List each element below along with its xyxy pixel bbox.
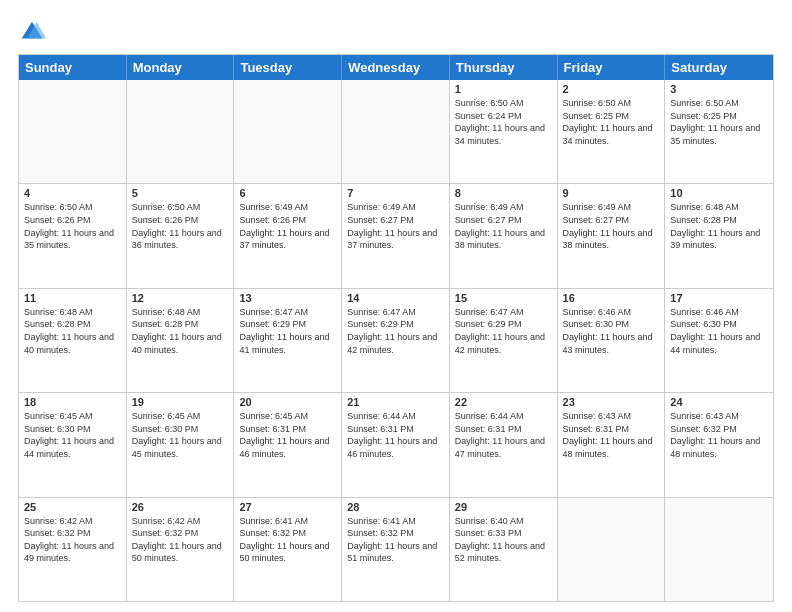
day-number: 4 bbox=[24, 187, 121, 199]
day-number: 14 bbox=[347, 292, 444, 304]
day-number: 22 bbox=[455, 396, 552, 408]
cal-cell: 29Sunrise: 6:40 AM Sunset: 6:33 PM Dayli… bbox=[450, 498, 558, 601]
day-number: 5 bbox=[132, 187, 229, 199]
cal-cell: 26Sunrise: 6:42 AM Sunset: 6:32 PM Dayli… bbox=[127, 498, 235, 601]
day-number: 21 bbox=[347, 396, 444, 408]
cell-info: Sunrise: 6:48 AM Sunset: 6:28 PM Dayligh… bbox=[132, 306, 229, 356]
cal-cell: 8Sunrise: 6:49 AM Sunset: 6:27 PM Daylig… bbox=[450, 184, 558, 287]
cell-info: Sunrise: 6:42 AM Sunset: 6:32 PM Dayligh… bbox=[132, 515, 229, 565]
cal-cell: 12Sunrise: 6:48 AM Sunset: 6:28 PM Dayli… bbox=[127, 289, 235, 392]
cal-cell: 10Sunrise: 6:48 AM Sunset: 6:28 PM Dayli… bbox=[665, 184, 773, 287]
cal-cell: 27Sunrise: 6:41 AM Sunset: 6:32 PM Dayli… bbox=[234, 498, 342, 601]
day-number: 23 bbox=[563, 396, 660, 408]
cal-cell bbox=[19, 80, 127, 183]
cell-info: Sunrise: 6:41 AM Sunset: 6:32 PM Dayligh… bbox=[347, 515, 444, 565]
cell-info: Sunrise: 6:46 AM Sunset: 6:30 PM Dayligh… bbox=[670, 306, 768, 356]
cell-info: Sunrise: 6:49 AM Sunset: 6:27 PM Dayligh… bbox=[563, 201, 660, 251]
cell-info: Sunrise: 6:47 AM Sunset: 6:29 PM Dayligh… bbox=[455, 306, 552, 356]
cell-info: Sunrise: 6:50 AM Sunset: 6:25 PM Dayligh… bbox=[670, 97, 768, 147]
cal-header-friday: Friday bbox=[558, 55, 666, 80]
day-number: 2 bbox=[563, 83, 660, 95]
cell-info: Sunrise: 6:45 AM Sunset: 6:30 PM Dayligh… bbox=[132, 410, 229, 460]
cal-cell: 1Sunrise: 6:50 AM Sunset: 6:24 PM Daylig… bbox=[450, 80, 558, 183]
cal-header-saturday: Saturday bbox=[665, 55, 773, 80]
page: SundayMondayTuesdayWednesdayThursdayFrid… bbox=[0, 0, 792, 612]
cell-info: Sunrise: 6:48 AM Sunset: 6:28 PM Dayligh… bbox=[670, 201, 768, 251]
calendar: SundayMondayTuesdayWednesdayThursdayFrid… bbox=[18, 54, 774, 602]
cal-header-monday: Monday bbox=[127, 55, 235, 80]
calendar-header-row: SundayMondayTuesdayWednesdayThursdayFrid… bbox=[19, 55, 773, 80]
cell-info: Sunrise: 6:47 AM Sunset: 6:29 PM Dayligh… bbox=[239, 306, 336, 356]
cell-info: Sunrise: 6:42 AM Sunset: 6:32 PM Dayligh… bbox=[24, 515, 121, 565]
cell-info: Sunrise: 6:48 AM Sunset: 6:28 PM Dayligh… bbox=[24, 306, 121, 356]
day-number: 17 bbox=[670, 292, 768, 304]
day-number: 11 bbox=[24, 292, 121, 304]
cal-week-3: 11Sunrise: 6:48 AM Sunset: 6:28 PM Dayli… bbox=[19, 288, 773, 392]
day-number: 16 bbox=[563, 292, 660, 304]
cell-info: Sunrise: 6:40 AM Sunset: 6:33 PM Dayligh… bbox=[455, 515, 552, 565]
cal-cell: 22Sunrise: 6:44 AM Sunset: 6:31 PM Dayli… bbox=[450, 393, 558, 496]
cell-info: Sunrise: 6:45 AM Sunset: 6:31 PM Dayligh… bbox=[239, 410, 336, 460]
cell-info: Sunrise: 6:49 AM Sunset: 6:26 PM Dayligh… bbox=[239, 201, 336, 251]
cell-info: Sunrise: 6:43 AM Sunset: 6:31 PM Dayligh… bbox=[563, 410, 660, 460]
cell-info: Sunrise: 6:50 AM Sunset: 6:26 PM Dayligh… bbox=[24, 201, 121, 251]
logo-icon bbox=[18, 18, 46, 46]
cell-info: Sunrise: 6:45 AM Sunset: 6:30 PM Dayligh… bbox=[24, 410, 121, 460]
cal-cell: 19Sunrise: 6:45 AM Sunset: 6:30 PM Dayli… bbox=[127, 393, 235, 496]
cell-info: Sunrise: 6:50 AM Sunset: 6:26 PM Dayligh… bbox=[132, 201, 229, 251]
cal-week-1: 1Sunrise: 6:50 AM Sunset: 6:24 PM Daylig… bbox=[19, 80, 773, 183]
calendar-body: 1Sunrise: 6:50 AM Sunset: 6:24 PM Daylig… bbox=[19, 80, 773, 601]
cal-cell: 14Sunrise: 6:47 AM Sunset: 6:29 PM Dayli… bbox=[342, 289, 450, 392]
cell-info: Sunrise: 6:44 AM Sunset: 6:31 PM Dayligh… bbox=[347, 410, 444, 460]
cal-week-2: 4Sunrise: 6:50 AM Sunset: 6:26 PM Daylig… bbox=[19, 183, 773, 287]
cal-cell: 15Sunrise: 6:47 AM Sunset: 6:29 PM Dayli… bbox=[450, 289, 558, 392]
cell-info: Sunrise: 6:47 AM Sunset: 6:29 PM Dayligh… bbox=[347, 306, 444, 356]
cal-cell: 21Sunrise: 6:44 AM Sunset: 6:31 PM Dayli… bbox=[342, 393, 450, 496]
cal-cell: 24Sunrise: 6:43 AM Sunset: 6:32 PM Dayli… bbox=[665, 393, 773, 496]
day-number: 20 bbox=[239, 396, 336, 408]
day-number: 9 bbox=[563, 187, 660, 199]
cal-cell: 18Sunrise: 6:45 AM Sunset: 6:30 PM Dayli… bbox=[19, 393, 127, 496]
day-number: 18 bbox=[24, 396, 121, 408]
day-number: 3 bbox=[670, 83, 768, 95]
day-number: 7 bbox=[347, 187, 444, 199]
cal-cell: 6Sunrise: 6:49 AM Sunset: 6:26 PM Daylig… bbox=[234, 184, 342, 287]
logo bbox=[18, 18, 50, 46]
day-number: 10 bbox=[670, 187, 768, 199]
cal-cell: 13Sunrise: 6:47 AM Sunset: 6:29 PM Dayli… bbox=[234, 289, 342, 392]
cal-cell: 2Sunrise: 6:50 AM Sunset: 6:25 PM Daylig… bbox=[558, 80, 666, 183]
cal-cell bbox=[342, 80, 450, 183]
day-number: 8 bbox=[455, 187, 552, 199]
cal-cell: 17Sunrise: 6:46 AM Sunset: 6:30 PM Dayli… bbox=[665, 289, 773, 392]
cell-info: Sunrise: 6:44 AM Sunset: 6:31 PM Dayligh… bbox=[455, 410, 552, 460]
cell-info: Sunrise: 6:46 AM Sunset: 6:30 PM Dayligh… bbox=[563, 306, 660, 356]
cell-info: Sunrise: 6:41 AM Sunset: 6:32 PM Dayligh… bbox=[239, 515, 336, 565]
cal-cell: 25Sunrise: 6:42 AM Sunset: 6:32 PM Dayli… bbox=[19, 498, 127, 601]
cal-cell: 5Sunrise: 6:50 AM Sunset: 6:26 PM Daylig… bbox=[127, 184, 235, 287]
day-number: 19 bbox=[132, 396, 229, 408]
day-number: 29 bbox=[455, 501, 552, 513]
day-number: 1 bbox=[455, 83, 552, 95]
cal-header-wednesday: Wednesday bbox=[342, 55, 450, 80]
cal-cell bbox=[234, 80, 342, 183]
day-number: 15 bbox=[455, 292, 552, 304]
cal-header-sunday: Sunday bbox=[19, 55, 127, 80]
header bbox=[18, 18, 774, 46]
cell-info: Sunrise: 6:49 AM Sunset: 6:27 PM Dayligh… bbox=[347, 201, 444, 251]
cal-cell: 28Sunrise: 6:41 AM Sunset: 6:32 PM Dayli… bbox=[342, 498, 450, 601]
cal-week-5: 25Sunrise: 6:42 AM Sunset: 6:32 PM Dayli… bbox=[19, 497, 773, 601]
cal-header-thursday: Thursday bbox=[450, 55, 558, 80]
cell-info: Sunrise: 6:43 AM Sunset: 6:32 PM Dayligh… bbox=[670, 410, 768, 460]
cal-cell: 11Sunrise: 6:48 AM Sunset: 6:28 PM Dayli… bbox=[19, 289, 127, 392]
cell-info: Sunrise: 6:50 AM Sunset: 6:25 PM Dayligh… bbox=[563, 97, 660, 147]
cal-cell: 3Sunrise: 6:50 AM Sunset: 6:25 PM Daylig… bbox=[665, 80, 773, 183]
cal-cell: 23Sunrise: 6:43 AM Sunset: 6:31 PM Dayli… bbox=[558, 393, 666, 496]
cal-cell: 20Sunrise: 6:45 AM Sunset: 6:31 PM Dayli… bbox=[234, 393, 342, 496]
cal-cell: 4Sunrise: 6:50 AM Sunset: 6:26 PM Daylig… bbox=[19, 184, 127, 287]
cal-cell: 9Sunrise: 6:49 AM Sunset: 6:27 PM Daylig… bbox=[558, 184, 666, 287]
cell-info: Sunrise: 6:50 AM Sunset: 6:24 PM Dayligh… bbox=[455, 97, 552, 147]
day-number: 13 bbox=[239, 292, 336, 304]
cal-header-tuesday: Tuesday bbox=[234, 55, 342, 80]
day-number: 26 bbox=[132, 501, 229, 513]
cal-week-4: 18Sunrise: 6:45 AM Sunset: 6:30 PM Dayli… bbox=[19, 392, 773, 496]
